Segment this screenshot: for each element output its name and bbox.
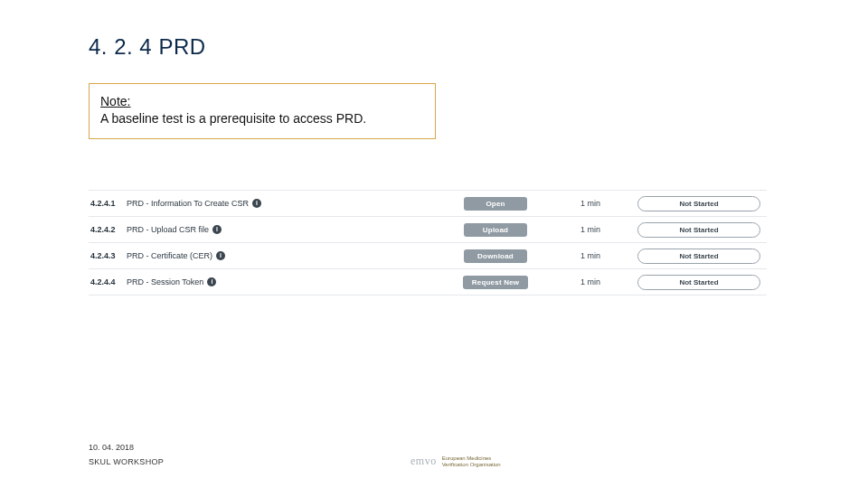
status-badge: Not Started — [637, 249, 760, 264]
row-name-text: PRD - Upload CSR file — [127, 225, 209, 234]
open-button[interactable]: Open — [464, 197, 527, 211]
row-status-cell: Not Started — [631, 249, 767, 264]
table-row: 4.2.4.1 PRD - Information To Create CSR … — [89, 190, 767, 216]
row-action-cell: Upload — [441, 223, 550, 237]
upload-button[interactable]: Upload — [464, 223, 527, 237]
row-action-cell: Open — [441, 197, 550, 211]
table-row: 4.2.4.4 PRD - Session Token i Request Ne… — [89, 268, 767, 296]
info-icon[interactable]: i — [207, 277, 216, 286]
emvo-logo: emvo European Medicines Verification Org… — [410, 455, 501, 468]
slide-title: 4. 2. 4 PRD — [89, 34, 206, 60]
footer-date: 10. 04. 2018 — [89, 443, 134, 452]
row-action-cell: Download — [441, 249, 550, 263]
logo-text: European Medicines Verification Organisa… — [442, 455, 501, 467]
status-badge: Not Started — [637, 275, 760, 290]
prd-steps-table: 4.2.4.1 PRD - Information To Create CSR … — [89, 190, 767, 296]
logo-mark: emvo — [410, 455, 437, 468]
row-index: 4.2.4.3 — [89, 251, 127, 260]
note-text: A baseline test is a prerequisite to acc… — [100, 111, 366, 126]
row-index: 4.2.4.1 — [89, 199, 127, 208]
info-icon[interactable]: i — [212, 225, 222, 234]
footer-subtitle: SKUL WORKSHOP — [89, 457, 164, 466]
row-name: PRD - Session Token i — [127, 277, 441, 286]
row-status-cell: Not Started — [631, 275, 767, 290]
logo-line2: Verification Organisation — [442, 462, 501, 468]
request-new-button[interactable]: Request New — [463, 276, 528, 289]
row-name: PRD - Upload CSR file i — [127, 225, 441, 234]
row-index: 4.2.4.2 — [89, 225, 127, 234]
row-name-text: PRD - Certificate (CER) — [127, 251, 212, 260]
row-time: 1 min — [550, 225, 631, 234]
note-label: Note: — [100, 94, 130, 108]
row-index: 4.2.4.4 — [89, 277, 127, 286]
row-status-cell: Not Started — [631, 222, 767, 238]
table-row: 4.2.4.2 PRD - Upload CSR file i Upload 1… — [89, 216, 767, 242]
status-badge: Not Started — [637, 196, 760, 211]
logo-line1: European Medicines — [442, 455, 501, 462]
row-status-cell: Not Started — [631, 196, 767, 211]
row-name-text: PRD - Information To Create CSR — [127, 199, 249, 208]
note-box: Note: A baseline test is a prerequisite … — [89, 83, 436, 139]
download-button[interactable]: Download — [464, 249, 527, 263]
info-icon[interactable]: i — [216, 251, 225, 260]
row-action-cell: Request New — [441, 276, 550, 289]
row-time: 1 min — [550, 277, 631, 286]
info-icon[interactable]: i — [252, 199, 261, 208]
row-name: PRD - Information To Create CSR i — [127, 199, 441, 208]
row-time: 1 min — [550, 199, 631, 208]
row-time: 1 min — [550, 251, 631, 260]
status-badge: Not Started — [637, 222, 760, 238]
table-row: 4.2.4.3 PRD - Certificate (CER) i Downlo… — [89, 242, 767, 268]
row-name: PRD - Certificate (CER) i — [127, 251, 441, 260]
row-name-text: PRD - Session Token — [127, 277, 203, 286]
